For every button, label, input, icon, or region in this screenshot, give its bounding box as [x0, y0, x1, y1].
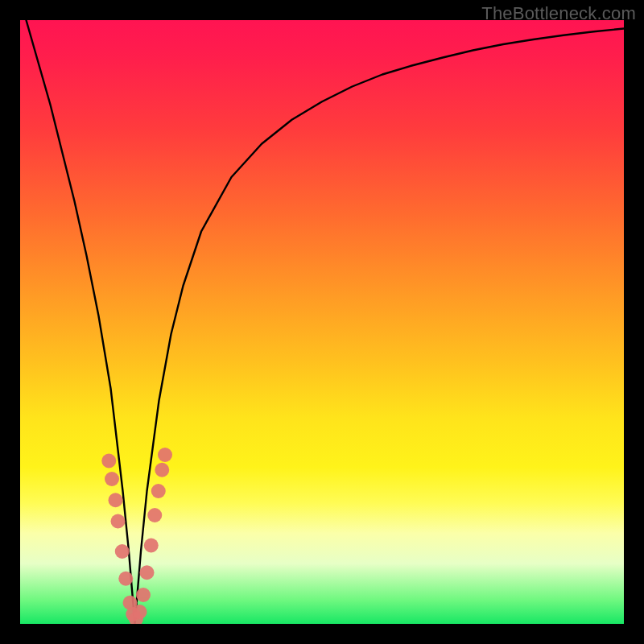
svg-point-13	[147, 508, 162, 522]
svg-point-14	[151, 484, 166, 498]
bottleneck-curve	[27, 20, 625, 624]
svg-point-15	[155, 463, 169, 477]
sample-dots	[101, 448, 172, 624]
chart-frame: TheBottleneck.com	[0, 0, 644, 644]
plot-area	[20, 20, 624, 624]
svg-point-11	[140, 565, 155, 580]
svg-point-3	[111, 514, 126, 529]
chart-svg	[20, 20, 624, 624]
svg-point-2	[109, 493, 123, 507]
svg-point-4	[115, 544, 130, 559]
svg-point-10	[136, 588, 151, 602]
svg-point-9	[133, 605, 147, 619]
svg-point-5	[118, 572, 133, 586]
svg-point-16	[158, 448, 172, 462]
svg-point-1	[105, 472, 119, 486]
svg-point-0	[101, 454, 116, 469]
svg-point-12	[144, 539, 159, 553]
watermark-text: TheBottleneck.com	[481, 3, 636, 24]
